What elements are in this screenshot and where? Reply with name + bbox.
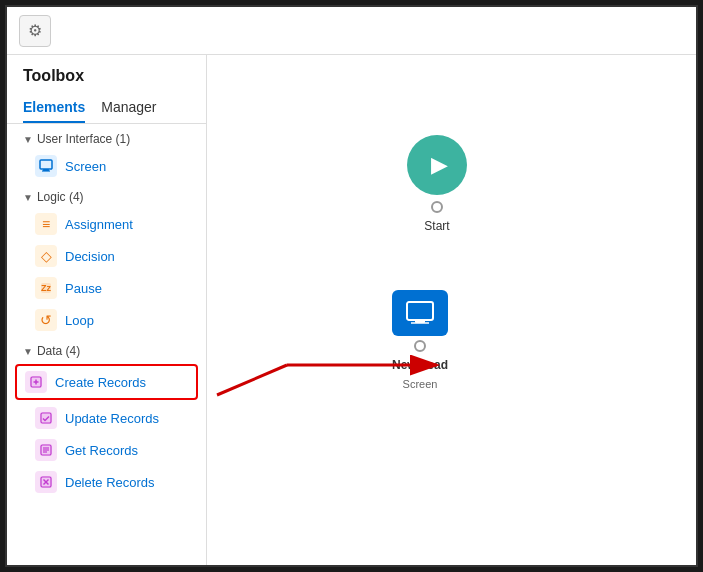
- toolbox-item-get-records[interactable]: Get Records: [7, 434, 206, 466]
- chevron-icon-logic: ▼: [23, 192, 33, 203]
- pause-label: Pause: [65, 281, 102, 296]
- tab-manager[interactable]: Manager: [101, 93, 156, 123]
- screen-item-icon: [35, 155, 57, 177]
- play-icon: ▶: [431, 152, 448, 178]
- svg-line-24: [217, 365, 287, 395]
- toolbar: ⚙: [7, 7, 696, 55]
- assignment-icon: ≡: [35, 213, 57, 235]
- start-node[interactable]: ▶ Start: [407, 135, 467, 233]
- chevron-icon-data: ▼: [23, 346, 33, 357]
- toolbox-item-assignment[interactable]: ≡ Assignment: [7, 208, 206, 240]
- section-data[interactable]: ▼ Data (4): [7, 336, 206, 362]
- toolbox-item-screen[interactable]: Screen: [7, 150, 206, 182]
- main-content: Toolbox Elements Manager ▼ User Interfac…: [7, 55, 696, 565]
- section-user-interface-label: User Interface (1): [37, 132, 130, 146]
- delete-records-icon: [35, 471, 57, 493]
- loop-icon: ↺: [35, 309, 57, 331]
- toolbox-item-delete-records[interactable]: Delete Records: [7, 466, 206, 498]
- toolbox-item-decision[interactable]: ◇ Decision: [7, 240, 206, 272]
- new-lead-sublabel: Screen: [403, 378, 438, 390]
- start-connector: [431, 201, 443, 213]
- start-circle: ▶: [407, 135, 467, 195]
- loop-label: Loop: [65, 313, 94, 328]
- toolbox-item-update-records[interactable]: Update Records: [7, 402, 206, 434]
- new-lead-label: New Lead: [392, 358, 448, 372]
- get-records-icon: [35, 439, 57, 461]
- get-records-label: Get Records: [65, 443, 138, 458]
- decision-icon: ◇: [35, 245, 57, 267]
- tab-elements[interactable]: Elements: [23, 93, 85, 123]
- toolbox-item-pause[interactable]: Zz Pause: [7, 272, 206, 304]
- red-arrow-svg: [207, 55, 696, 565]
- decision-label: Decision: [65, 249, 115, 264]
- screen-box: [392, 290, 448, 336]
- start-label: Start: [424, 219, 449, 233]
- update-records-label: Update Records: [65, 411, 159, 426]
- section-logic-label: Logic (4): [37, 190, 84, 204]
- assignment-label: Assignment: [65, 217, 133, 232]
- svg-rect-0: [40, 160, 52, 169]
- svg-text:Zz: Zz: [41, 283, 51, 293]
- section-data-label: Data (4): [37, 344, 80, 358]
- canvas-area[interactable]: ▶ Start New Lead: [207, 55, 696, 565]
- create-records-label: Create Records: [55, 375, 146, 390]
- new-lead-node[interactable]: New Lead Screen: [392, 290, 448, 390]
- section-logic[interactable]: ▼ Logic (4): [7, 182, 206, 208]
- screen-item-label: Screen: [65, 159, 106, 174]
- tabs-row: Elements Manager: [7, 93, 206, 124]
- delete-records-label: Delete Records: [65, 475, 155, 490]
- gear-icon: ⚙: [28, 21, 42, 40]
- pause-icon: Zz: [35, 277, 57, 299]
- create-records-icon: [25, 371, 47, 393]
- chevron-icon: ▼: [23, 134, 33, 145]
- section-user-interface[interactable]: ▼ User Interface (1): [7, 124, 206, 150]
- gear-button[interactable]: ⚙: [19, 15, 51, 47]
- svg-rect-20: [407, 302, 433, 320]
- new-lead-connector: [414, 340, 426, 352]
- toolbox-panel: Toolbox Elements Manager ▼ User Interfac…: [7, 55, 207, 565]
- update-records-icon: [35, 407, 57, 429]
- toolbox-item-create-records[interactable]: Create Records: [15, 364, 198, 400]
- toolbox-title: Toolbox: [7, 55, 206, 93]
- toolbox-item-loop[interactable]: ↺ Loop: [7, 304, 206, 336]
- app-window: ⚙ Toolbox Elements Manager ▼ User Interf…: [5, 5, 698, 567]
